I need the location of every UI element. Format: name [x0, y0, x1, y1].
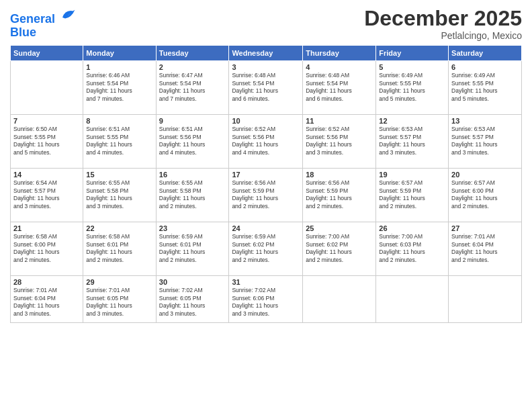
calendar-cell: 8Sunrise: 6:51 AMSunset: 5:55 PMDaylight…: [83, 115, 156, 169]
day-info: Sunrise: 6:58 AMSunset: 6:00 PMDaylight:…: [13, 233, 80, 264]
calendar-cell: 3Sunrise: 6:48 AMSunset: 5:54 PMDaylight…: [229, 61, 303, 115]
day-number: 4: [306, 63, 373, 71]
day-number: 24: [232, 224, 300, 232]
day-number: 18: [306, 171, 373, 179]
day-number: 7: [13, 117, 80, 125]
day-number: 17: [232, 171, 300, 179]
day-info: Sunrise: 7:01 AMSunset: 6:04 PMDaylight:…: [451, 233, 519, 264]
logo-bird-icon: [60, 7, 76, 23]
calendar-cell: 14Sunrise: 6:54 AMSunset: 5:57 PMDayligh…: [11, 169, 83, 222]
day-info: Sunrise: 7:02 AMSunset: 6:05 PMDaylight:…: [159, 287, 226, 318]
week-row-4: 21Sunrise: 6:58 AMSunset: 6:00 PMDayligh…: [11, 222, 522, 276]
week-row-1: 1Sunrise: 6:46 AMSunset: 5:54 PMDaylight…: [11, 61, 522, 115]
day-number: 10: [232, 117, 300, 125]
location: Petlalcingo, Mexico: [364, 30, 522, 41]
day-number: 26: [379, 224, 445, 232]
calendar-cell: 12Sunrise: 6:53 AMSunset: 5:57 PMDayligh…: [376, 115, 449, 169]
day-info: Sunrise: 6:55 AMSunset: 5:58 PMDaylight:…: [86, 179, 152, 210]
day-number: 31: [232, 278, 300, 286]
day-number: 15: [86, 171, 152, 179]
weekday-header-sunday: Sunday: [11, 46, 83, 61]
day-info: Sunrise: 6:55 AMSunset: 5:58 PMDaylight:…: [159, 179, 226, 210]
day-number: 6: [451, 63, 519, 71]
calendar-cell: 1Sunrise: 6:46 AMSunset: 5:54 PMDaylight…: [83, 61, 156, 115]
calendar-cell: 21Sunrise: 6:58 AMSunset: 6:00 PMDayligh…: [11, 222, 83, 276]
day-number: 14: [13, 171, 80, 179]
calendar-cell: 23Sunrise: 6:59 AMSunset: 6:01 PMDayligh…: [156, 222, 229, 276]
calendar-cell: 10Sunrise: 6:52 AMSunset: 5:56 PMDayligh…: [229, 115, 303, 169]
day-number: 20: [451, 171, 519, 179]
week-row-2: 7Sunrise: 6:50 AMSunset: 5:55 PMDaylight…: [11, 115, 522, 169]
calendar-cell: 18Sunrise: 6:56 AMSunset: 5:59 PMDayligh…: [303, 169, 376, 222]
day-info: Sunrise: 7:01 AMSunset: 6:05 PMDaylight:…: [86, 287, 152, 318]
day-number: 27: [451, 224, 519, 232]
weekday-header-saturday: Saturday: [449, 46, 522, 61]
calendar-cell: 28Sunrise: 7:01 AMSunset: 6:04 PMDayligh…: [11, 276, 83, 323]
header: General Blue December 2025 Petlalcingo, …: [10, 7, 522, 41]
day-info: Sunrise: 6:57 AMSunset: 6:00 PMDaylight:…: [451, 179, 519, 210]
day-info: Sunrise: 6:54 AMSunset: 5:57 PMDaylight:…: [13, 179, 80, 210]
calendar-cell: 7Sunrise: 6:50 AMSunset: 5:55 PMDaylight…: [11, 115, 83, 169]
day-info: Sunrise: 7:01 AMSunset: 6:04 PMDaylight:…: [13, 287, 80, 318]
day-number: 25: [306, 224, 373, 232]
month-title: December 2025: [364, 7, 522, 30]
day-number: 21: [13, 224, 80, 232]
weekday-header-row: SundayMondayTuesdayWednesdayThursdayFrid…: [11, 46, 522, 61]
day-number: 13: [451, 117, 519, 125]
day-number: 3: [232, 63, 300, 71]
day-info: Sunrise: 6:51 AMSunset: 5:55 PMDaylight:…: [86, 126, 152, 156]
calendar-cell: 6Sunrise: 6:49 AMSunset: 5:55 PMDaylight…: [449, 61, 522, 115]
day-number: 23: [159, 224, 226, 232]
title-block: December 2025 Petlalcingo, Mexico: [364, 7, 522, 41]
day-info: Sunrise: 6:49 AMSunset: 5:55 PMDaylight:…: [451, 72, 519, 103]
day-info: Sunrise: 6:50 AMSunset: 5:55 PMDaylight:…: [13, 126, 80, 156]
day-info: Sunrise: 6:51 AMSunset: 5:56 PMDaylight:…: [159, 126, 226, 156]
calendar-cell: 25Sunrise: 7:00 AMSunset: 6:02 PMDayligh…: [303, 222, 376, 276]
weekday-header-monday: Monday: [83, 46, 156, 61]
calendar-cell: 15Sunrise: 6:55 AMSunset: 5:58 PMDayligh…: [83, 169, 156, 222]
calendar-cell: 19Sunrise: 6:57 AMSunset: 5:59 PMDayligh…: [376, 169, 449, 222]
day-info: Sunrise: 6:59 AMSunset: 6:01 PMDaylight:…: [159, 233, 226, 264]
day-info: Sunrise: 6:53 AMSunset: 5:57 PMDaylight:…: [451, 126, 519, 156]
day-number: 11: [306, 117, 373, 125]
day-info: Sunrise: 6:48 AMSunset: 5:54 PMDaylight:…: [232, 72, 300, 103]
day-number: 1: [86, 63, 152, 71]
day-info: Sunrise: 6:59 AMSunset: 6:02 PMDaylight:…: [232, 233, 300, 264]
calendar-cell: 4Sunrise: 6:48 AMSunset: 5:54 PMDaylight…: [303, 61, 376, 115]
calendar-cell: 29Sunrise: 7:01 AMSunset: 6:05 PMDayligh…: [83, 276, 156, 323]
day-number: 16: [159, 171, 226, 179]
day-info: Sunrise: 6:52 AMSunset: 5:56 PMDaylight:…: [306, 126, 373, 156]
day-info: Sunrise: 6:49 AMSunset: 5:55 PMDaylight:…: [379, 72, 445, 103]
day-info: Sunrise: 6:56 AMSunset: 5:59 PMDaylight:…: [232, 179, 300, 210]
day-info: Sunrise: 6:58 AMSunset: 6:01 PMDaylight:…: [86, 233, 152, 264]
day-info: Sunrise: 7:00 AMSunset: 6:03 PMDaylight:…: [379, 233, 445, 264]
calendar-cell: 2Sunrise: 6:47 AMSunset: 5:54 PMDaylight…: [156, 61, 229, 115]
calendar-cell: 22Sunrise: 6:58 AMSunset: 6:01 PMDayligh…: [83, 222, 156, 276]
calendar-cell: 20Sunrise: 6:57 AMSunset: 6:00 PMDayligh…: [449, 169, 522, 222]
page: General Blue December 2025 Petlalcingo, …: [0, 0, 532, 411]
weekday-header-friday: Friday: [376, 46, 449, 61]
calendar-table: SundayMondayTuesdayWednesdayThursdayFrid…: [10, 45, 522, 323]
weekday-header-thursday: Thursday: [303, 46, 376, 61]
calendar-cell: 17Sunrise: 6:56 AMSunset: 5:59 PMDayligh…: [229, 169, 303, 222]
calendar-cell: 5Sunrise: 6:49 AMSunset: 5:55 PMDaylight…: [376, 61, 449, 115]
day-number: 12: [379, 117, 445, 125]
calendar-cell: 27Sunrise: 7:01 AMSunset: 6:04 PMDayligh…: [449, 222, 522, 276]
day-number: 22: [86, 224, 152, 232]
logo-general: General: [10, 12, 55, 26]
day-info: Sunrise: 7:00 AMSunset: 6:02 PMDaylight:…: [306, 233, 373, 264]
day-number: 8: [86, 117, 152, 125]
week-row-3: 14Sunrise: 6:54 AMSunset: 5:57 PMDayligh…: [11, 169, 522, 222]
day-number: 28: [13, 278, 80, 286]
calendar-cell: [376, 276, 449, 323]
weekday-header-wednesday: Wednesday: [229, 46, 303, 61]
weekday-header-tuesday: Tuesday: [156, 46, 229, 61]
logo: General Blue: [10, 9, 76, 40]
day-info: Sunrise: 6:47 AMSunset: 5:54 PMDaylight:…: [159, 72, 226, 103]
calendar-cell: 9Sunrise: 6:51 AMSunset: 5:56 PMDaylight…: [156, 115, 229, 169]
week-row-5: 28Sunrise: 7:01 AMSunset: 6:04 PMDayligh…: [11, 276, 522, 323]
calendar-cell: 31Sunrise: 7:02 AMSunset: 6:06 PMDayligh…: [229, 276, 303, 323]
calendar-cell: 16Sunrise: 6:55 AMSunset: 5:58 PMDayligh…: [156, 169, 229, 222]
calendar-cell: [449, 276, 522, 323]
logo-text: General: [10, 9, 76, 26]
